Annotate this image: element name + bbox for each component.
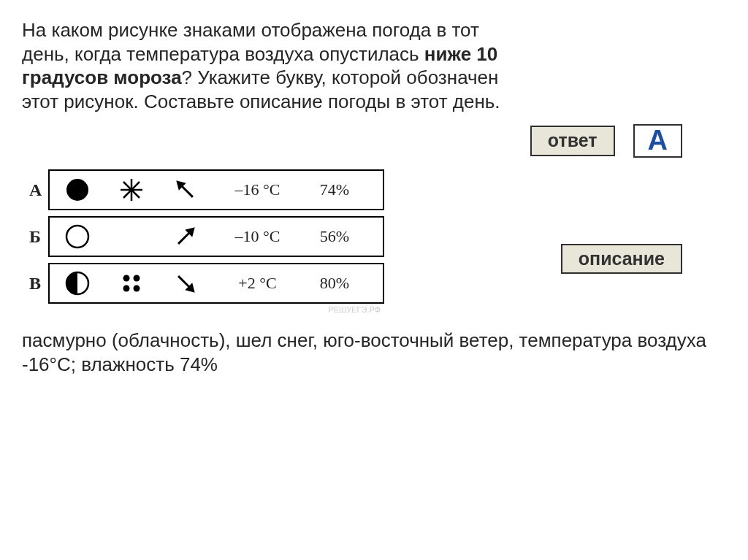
rain-dots-icon xyxy=(115,270,148,296)
description-label: описание xyxy=(561,244,682,274)
cloud-full-icon xyxy=(61,177,94,203)
description-text: пасмурно (облачность), шел снег, юго-вос… xyxy=(22,329,726,378)
q-l2a: день, когда температура воздуха опустила… xyxy=(22,43,424,65)
temperature: –10 °C xyxy=(223,226,292,247)
q-l1: На каком рисунке знаками отображена пого… xyxy=(22,19,479,41)
weather-row-a: А –16 °C 74% xyxy=(29,169,384,210)
weather-row-b: Б –10 °C 56% xyxy=(29,216,384,257)
arrow-ne-icon xyxy=(169,222,202,251)
row-label: А xyxy=(29,179,48,201)
humidity: 74% xyxy=(313,180,356,200)
svg-point-12 xyxy=(134,275,140,281)
row-label: В xyxy=(29,272,48,294)
cloud-half-icon xyxy=(61,270,94,296)
q-l3b: ? Укажите букву, которой обозначен xyxy=(182,66,499,88)
answer-letter: А xyxy=(633,124,682,158)
svg-point-0 xyxy=(66,179,88,201)
answer-label: ответ xyxy=(530,126,615,156)
arrow-se-icon xyxy=(169,269,202,298)
snow-icon xyxy=(115,177,148,203)
row-label: Б xyxy=(29,226,48,248)
weather-row-c: В xyxy=(29,263,384,304)
cloud-empty-icon xyxy=(61,223,94,250)
humidity: 56% xyxy=(313,226,356,247)
q-l4: этот рисунок. Составьте описание погоды … xyxy=(22,91,500,112)
humidity: 80% xyxy=(313,273,356,294)
question-text: На каком рисунке знаками отображена пого… xyxy=(22,18,726,113)
arrow-nw-icon xyxy=(169,175,202,204)
q-l3a: градусов мороза xyxy=(22,66,182,88)
watermark: РЕШУЕГЭ.РФ xyxy=(29,305,384,315)
temperature: –16 °C xyxy=(223,180,292,200)
weather-table: А –16 °C 74% xyxy=(22,164,384,315)
svg-point-13 xyxy=(123,285,130,291)
svg-point-7 xyxy=(66,226,88,248)
answer-row: ответ А xyxy=(22,124,726,158)
svg-point-14 xyxy=(134,285,140,291)
svg-point-11 xyxy=(123,275,130,281)
q-l2b: ниже 10 xyxy=(424,43,497,65)
temperature: +2 °C xyxy=(223,273,292,294)
